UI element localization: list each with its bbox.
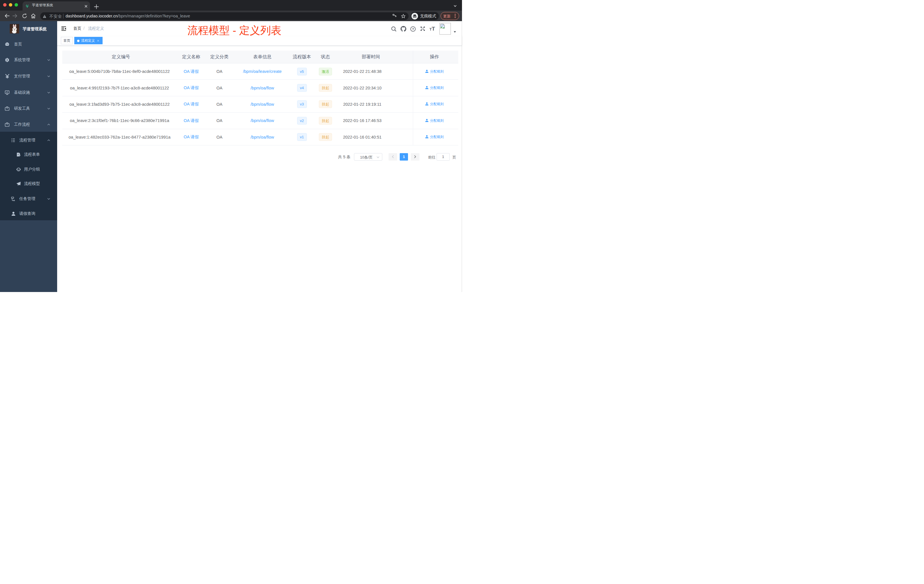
svg-text:?: ? (412, 27, 414, 31)
